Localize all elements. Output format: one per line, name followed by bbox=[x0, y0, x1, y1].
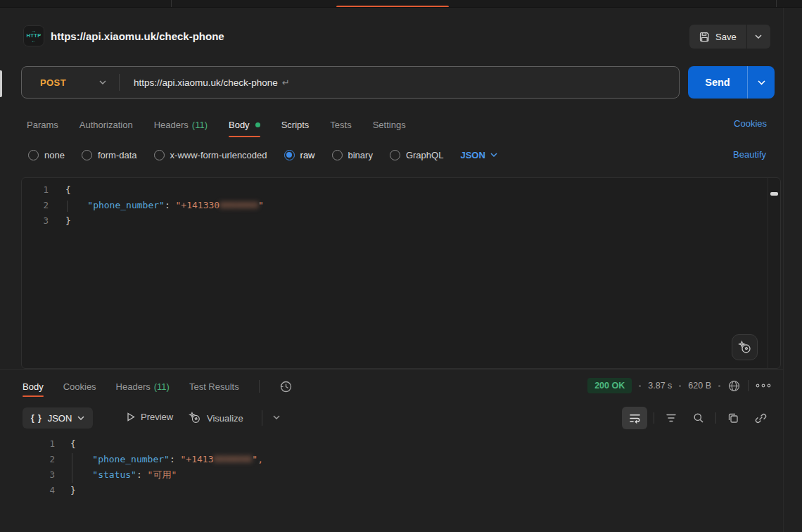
scrollbar-track bbox=[768, 178, 768, 368]
request-tab-bar: Params Authorization Headers(11) Body Sc… bbox=[27, 115, 406, 134]
response-body-editor[interactable]: 1 { 2 "phone_number": "+14130000000", 3 … bbox=[21, 435, 781, 532]
save-icon bbox=[699, 32, 710, 42]
divider bbox=[119, 74, 120, 91]
body-modified-dot bbox=[255, 122, 260, 127]
link-response-button[interactable] bbox=[750, 407, 771, 429]
history-clock-icon bbox=[279, 380, 293, 393]
workspace-tab-2[interactable]: GEThttps://api.xiaomu.uk/ch bbox=[186, 0, 294, 8]
tab-authorization[interactable]: Authorization bbox=[79, 120, 133, 130]
response-format-select[interactable]: { } JSON bbox=[23, 407, 93, 429]
response-status-cluster: 200 OK 3.87 s 620 B bbox=[587, 378, 771, 393]
copy-icon bbox=[727, 412, 739, 424]
play-icon bbox=[127, 412, 135, 422]
search-icon[interactable] bbox=[654, 0, 663, 8]
tab-headers[interactable]: Headers(11) bbox=[154, 120, 208, 130]
search-icon bbox=[693, 412, 704, 424]
response-history-button[interactable] bbox=[279, 380, 293, 393]
response-tab-body[interactable]: Body bbox=[23, 381, 44, 392]
send-button[interactable]: Send bbox=[688, 66, 747, 99]
request-body-editor[interactable]: 1 { 2 "phone_number": "+1413300000000" 3… bbox=[21, 177, 781, 369]
response-more-options-button[interactable] bbox=[756, 383, 771, 388]
scrollbar-thumb[interactable] bbox=[770, 192, 778, 196]
body-mode-raw[interactable]: raw bbox=[284, 150, 315, 160]
indent-guide bbox=[67, 201, 68, 212]
radio-icon bbox=[28, 150, 39, 160]
tab-params[interactable]: Params bbox=[27, 120, 58, 130]
url-bar: POST https://api.xiaomu.uk/check-phone ↵ bbox=[21, 66, 680, 99]
preview-button[interactable]: Preview bbox=[127, 412, 173, 422]
panel-divider[interactable] bbox=[0, 369, 783, 370]
redacted-phone-digits: 0000000 bbox=[214, 454, 253, 464]
divider bbox=[715, 412, 716, 424]
radio-icon bbox=[332, 150, 343, 160]
response-size[interactable]: 620 B bbox=[688, 381, 711, 391]
chevron-down-icon bbox=[490, 153, 497, 157]
workspace-tab-untitled[interactable]: GETUntitled Request bbox=[60, 0, 141, 8]
tab-scripts[interactable]: Scripts bbox=[281, 120, 310, 130]
network-info-button[interactable] bbox=[727, 379, 741, 393]
code-line: 1 { bbox=[21, 436, 781, 452]
response-tab-cookies[interactable]: Cookies bbox=[63, 381, 96, 392]
radio-selected-icon bbox=[284, 150, 295, 160]
body-mode-urlencoded[interactable]: x-www-form-urlencoded bbox=[154, 150, 267, 160]
response-time[interactable]: 3.87 s bbox=[648, 381, 672, 391]
headers-count-badge: (11) bbox=[192, 120, 208, 130]
tab-settings[interactable]: Settings bbox=[373, 120, 406, 130]
active-tab-underline bbox=[336, 6, 449, 8]
body-mode-row: none form-data x-www-form-urlencoded raw… bbox=[28, 146, 497, 164]
code-line: 1 { bbox=[22, 182, 780, 198]
code-line: 4 } bbox=[21, 483, 781, 498]
save-options-button[interactable] bbox=[746, 25, 770, 49]
body-mode-form-data[interactable]: form-data bbox=[82, 150, 137, 160]
new-tab-button[interactable]: + bbox=[483, 0, 489, 8]
body-mode-none[interactable]: none bbox=[28, 150, 65, 160]
status-badge[interactable]: 200 OK bbox=[587, 378, 632, 393]
postbot-button[interactable] bbox=[732, 334, 758, 360]
ellipsis-icon bbox=[756, 383, 771, 388]
filter-button[interactable] bbox=[661, 407, 682, 429]
sparkle-wand-icon bbox=[189, 412, 201, 424]
tab-tests[interactable]: Tests bbox=[330, 120, 351, 130]
response-tab-headers[interactable]: Headers(11) bbox=[116, 381, 170, 392]
body-mode-graphql[interactable]: GraphQL bbox=[390, 150, 443, 160]
send-options-button[interactable] bbox=[747, 66, 775, 99]
body-mode-binary[interactable]: binary bbox=[332, 150, 373, 160]
chevron-down-icon bbox=[755, 34, 762, 39]
visualize-button[interactable]: Visualize bbox=[189, 412, 243, 424]
radio-icon bbox=[390, 150, 400, 160]
wrap-text-icon bbox=[629, 412, 641, 424]
environment-selector[interactable]: No environment bbox=[670, 0, 730, 8]
sidebar-resize-handle[interactable] bbox=[0, 70, 2, 97]
save-split-button: Save bbox=[689, 25, 770, 49]
url-input[interactable]: https://api.xiaomu.uk/check-phone bbox=[134, 77, 278, 88]
code-line: 3 } bbox=[22, 213, 780, 229]
wrap-text-button[interactable] bbox=[622, 407, 647, 429]
save-button[interactable]: Save bbox=[689, 25, 746, 49]
search-response-button[interactable] bbox=[688, 407, 709, 429]
dot-separator bbox=[718, 385, 720, 387]
response-tab-test-results[interactable]: Test Results bbox=[189, 381, 239, 392]
language-select-value: JSON bbox=[460, 150, 485, 160]
sparkle-bot-icon bbox=[738, 341, 752, 355]
language-select[interactable]: JSON bbox=[460, 150, 497, 160]
visualize-options-button[interactable] bbox=[273, 415, 280, 419]
cookies-link[interactable]: Cookies bbox=[734, 118, 767, 129]
divider bbox=[654, 412, 654, 424]
save-button-label: Save bbox=[715, 32, 737, 42]
code-line: 3 "status": "可用" bbox=[21, 467, 781, 483]
beautify-link[interactable]: Beautify bbox=[733, 149, 766, 160]
dot-separator bbox=[679, 385, 681, 387]
tab-divider bbox=[171, 0, 172, 8]
indent-guide bbox=[72, 453, 72, 483]
method-select[interactable]: POST bbox=[22, 77, 119, 88]
response-tab-bar: Body Cookies Headers(11) Test Results bbox=[23, 376, 293, 396]
tab-body[interactable]: Body bbox=[229, 120, 260, 130]
chevron-down-icon bbox=[77, 416, 84, 420]
link-icon bbox=[755, 412, 767, 424]
filter-icon bbox=[666, 413, 677, 423]
chevron-down-icon bbox=[758, 80, 765, 85]
divider bbox=[748, 380, 749, 391]
method-select-value: POST bbox=[40, 77, 66, 88]
send-split-button: Send bbox=[688, 66, 775, 99]
copy-response-button[interactable] bbox=[723, 407, 744, 429]
